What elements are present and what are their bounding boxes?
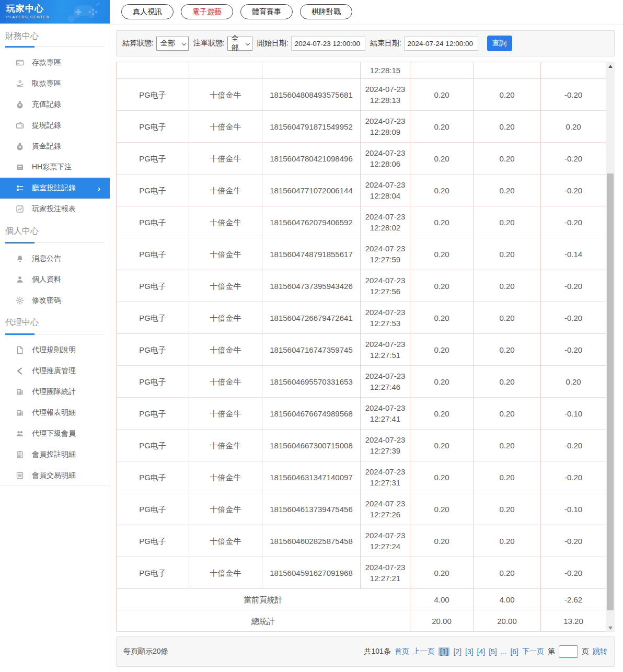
document-icon: [16, 346, 24, 354]
cell-platform: PG电子: [117, 525, 189, 557]
bell-icon: [16, 254, 24, 263]
person-icon: [16, 275, 24, 284]
cell-order-id: 1815604676674989568: [262, 398, 361, 430]
cell-bet-amount: 0.20: [410, 238, 474, 270]
sidebar-item-deposit[interactable]: 存款專區: [0, 52, 110, 73]
sidebar-item-agent-promotion[interactable]: 代理推廣管理: [0, 361, 110, 381]
sidebar-item-profile[interactable]: 個人資料: [0, 269, 110, 290]
sidebar-menu: 財務中心 存款專區 取款專區 充值記錄 提現記錄 資金記錄: [0, 24, 110, 486]
cell-time: 2024-07-2312:28:02: [361, 206, 410, 238]
cell-bet-amount: 0.20: [410, 175, 474, 206]
table-row: PG电子十倍金牛18156047487918556172024-07-2312:…: [117, 238, 606, 270]
withdraw-hand-icon: [16, 79, 24, 88]
sidebar-item-agent-report-detail[interactable]: 代理報表明細: [0, 402, 110, 423]
cell-platform: PG电子: [117, 175, 189, 206]
cell-bet-amount: 0.20: [410, 143, 474, 175]
cell-winloss: [541, 62, 606, 79]
start-date-label: 開始日期:: [257, 39, 289, 48]
sidebar-item-recharge-records[interactable]: 充值記錄: [0, 94, 110, 115]
sidebar-item-funds-records[interactable]: 資金記錄: [0, 136, 110, 157]
cell-game: 十倍金牛: [189, 557, 262, 589]
users-icon: [16, 430, 24, 438]
page-link-3[interactable]: [3]: [465, 647, 474, 656]
tab-electronic-games[interactable]: 電子遊藝: [181, 4, 233, 19]
jump-suffix: 页: [582, 647, 589, 656]
order-status-select[interactable]: 全部: [227, 37, 252, 51]
lottery-list-icon: [16, 163, 24, 171]
page-link-6[interactable]: [6]: [510, 647, 518, 656]
cell-winloss: -0.20: [541, 461, 606, 493]
scroll-up-arrow-icon[interactable]: [606, 62, 615, 71]
cell-winloss: -0.20: [541, 206, 606, 238]
sidebar-item-member-transaction-detail[interactable]: 會員交易明細: [0, 465, 110, 486]
end-date-input[interactable]: [404, 37, 478, 51]
cell-winloss: 0.20: [541, 366, 606, 398]
gear-icon: [16, 296, 24, 305]
start-date-input[interactable]: [291, 37, 365, 51]
sidebar-item-agent-team-stats[interactable]: 代理團隊統計: [0, 381, 110, 402]
cell-valid-bet: 0.20: [474, 461, 541, 493]
cell-time: 2024-07-2312:27:24: [361, 525, 410, 557]
cell-time: 2024-07-2312:27:51: [361, 334, 410, 366]
tab-live-casino[interactable]: 真人視訊: [121, 4, 174, 19]
tab-board-card-games[interactable]: 棋牌對戰: [300, 4, 352, 19]
sidebar-item-change-password[interactable]: 修改密碼: [0, 290, 110, 311]
section-rule: [5, 242, 105, 243]
page-link-1-current[interactable]: [1]: [439, 647, 450, 656]
cell-order-id: 1815604631347140097: [262, 461, 361, 493]
page-summary-label: 當前頁統計: [117, 589, 410, 610]
sidebar-item-agent-downline[interactable]: 代理下級會員: [0, 423, 110, 444]
first-page-link[interactable]: 首页: [395, 647, 409, 656]
cell-order-id: 1815604716747359745: [262, 334, 361, 366]
query-button[interactable]: 查詢: [487, 36, 512, 51]
clipboard-icon: [16, 450, 24, 459]
cell-time: 2024-07-2312:28:04: [361, 175, 410, 206]
scrollbar[interactable]: [606, 62, 615, 632]
sidebar-item-withdraw-zone[interactable]: 取款專區: [0, 73, 110, 94]
scrollbar-thumb[interactable]: [607, 173, 614, 610]
cell-game: 十倍金牛: [189, 366, 262, 398]
cell-order-id: 1815604737395943426: [262, 270, 361, 302]
recharge-moneybag-icon: [16, 100, 24, 109]
next-page-link[interactable]: 下一页: [522, 647, 544, 656]
scroll-down-arrow-icon[interactable]: [606, 623, 615, 632]
sidebar-item-lottery-bets[interactable]: HH彩票下注: [0, 157, 110, 178]
bet-table-summary: 當前頁統計 4.00 4.00 -2.62 總統計 20.00 20.00 13…: [117, 589, 606, 632]
sidebar-item-room-bet-records[interactable]: 廳室投註記錄 ›: [0, 178, 110, 199]
cell-valid-bet: 0.20: [474, 366, 541, 398]
cell-winloss: 0.20: [541, 111, 606, 143]
page-link-4[interactable]: [4]: [477, 647, 486, 656]
bet-records-table: 12:28:15 PG电子十倍金牛18156048084935756812024…: [116, 62, 606, 632]
cell-bet-amount: 0.20: [410, 302, 474, 334]
cell-order-id: 1815604726679472641: [262, 302, 361, 334]
pager: 共101条 首页 上一页 [1] [2] [3] [4] [5] ... [6]…: [364, 645, 608, 658]
cell-valid-bet: 0.20: [474, 270, 541, 302]
cell-time: 2024-07-2312:27:53: [361, 302, 410, 334]
sidebar-item-agent-rules[interactable]: 代理規則說明: [0, 340, 110, 361]
tab-sports[interactable]: 體育賽事: [240, 4, 293, 19]
table-row: PG电子十倍金牛18156047266794726412024-07-2312:…: [117, 302, 606, 334]
cell-game: 十倍金牛: [189, 302, 262, 334]
jump-page-input[interactable]: [559, 645, 578, 658]
game-type-tabbar: 真人視訊 電子遊藝 體育賽事 棋牌對戰: [110, 0, 623, 25]
sidebar-item-player-bet-report[interactable]: 玩家投注報表: [0, 199, 110, 219]
prev-page-link[interactable]: 上一页: [413, 647, 435, 656]
page-link-5[interactable]: [5]: [489, 647, 497, 656]
cell-winloss: -0.20: [541, 175, 606, 206]
report-icon: [16, 388, 24, 396]
sidebar-item-member-bet-detail[interactable]: 會員投註明細: [0, 444, 110, 465]
sidebar-item-announcements[interactable]: 消息公告: [0, 248, 110, 269]
cell-time: 2024-07-2312:27:56: [361, 270, 410, 302]
chevron-down-icon: [246, 41, 250, 45]
cell-valid-bet: [474, 62, 541, 79]
sidebar-item-withdrawal-records[interactable]: 提現記錄: [0, 115, 110, 136]
page-summary-bet: 4.00: [410, 589, 474, 610]
total-summary-winloss: 13.20: [541, 610, 606, 632]
page-link-2[interactable]: [2]: [453, 647, 462, 656]
cell-winloss: -0.20: [541, 525, 606, 557]
jump-button[interactable]: 跳转: [593, 647, 607, 656]
cell-winloss: -0.14: [541, 238, 606, 270]
table-row: PG电子十倍金牛18156046955703316532024-07-2312:…: [117, 366, 606, 398]
table-row: PG电子十倍金牛18156046766749895682024-07-2312:…: [117, 398, 606, 430]
settle-status-select[interactable]: 全部: [156, 37, 189, 51]
